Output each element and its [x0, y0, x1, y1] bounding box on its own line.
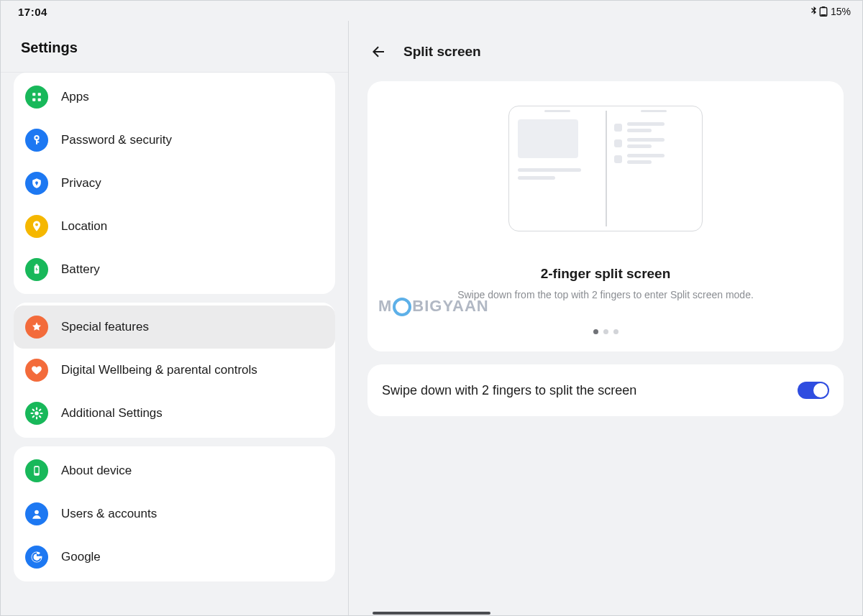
settings-item-label: Google [61, 550, 101, 564]
settings-item-label: Digital Wellbeing & parental controls [61, 363, 257, 377]
person-icon [25, 502, 48, 525]
svg-point-13 [35, 411, 39, 415]
battery-percent: 15% [831, 6, 851, 17]
settings-item-apps[interactable]: Apps [14, 75, 335, 119]
star-icon [25, 316, 48, 339]
battery-icon [25, 258, 48, 281]
detail-pane: Split screen [349, 21, 862, 615]
settings-item-wellbeing[interactable]: Digital Wellbeing & parental controls [14, 349, 335, 392]
toggle-row-swipe-split[interactable]: Swipe down with 2 fingers to split the s… [367, 364, 844, 416]
settings-item-google[interactable]: Google [14, 535, 335, 579]
settings-item-label: Additional Settings [61, 406, 163, 420]
settings-item-label: Password & security [61, 133, 172, 147]
status-right: 15% [811, 6, 851, 17]
svg-rect-2 [821, 14, 826, 16]
settings-item-users[interactable]: Users & accounts [14, 492, 335, 535]
toggle-label: Swipe down with 2 fingers to split the s… [382, 383, 636, 398]
arrow-left-icon [370, 43, 387, 60]
settings-item-about[interactable]: About device [14, 449, 335, 492]
settings-item-label: Users & accounts [61, 507, 157, 521]
google-icon [25, 546, 48, 569]
settings-item-label: Location [61, 219, 107, 234]
settings-item-battery[interactable]: Battery [14, 248, 335, 291]
svg-rect-6 [38, 98, 41, 101]
settings-item-location[interactable]: Location [14, 205, 335, 248]
svg-rect-9 [36, 183, 37, 185]
svg-rect-4 [38, 93, 41, 96]
svg-point-16 [35, 510, 39, 515]
page-dot[interactable] [593, 329, 598, 334]
settings-list[interactable]: AppsPassword & securityPrivacyLocationBa… [1, 73, 348, 615]
status-time: 17:04 [18, 6, 47, 18]
settings-item-label: Apps [61, 90, 89, 104]
gesture-nav-pill[interactable] [373, 612, 490, 615]
svg-rect-1 [822, 6, 825, 7]
settings-title: Settings [1, 21, 348, 73]
settings-item-label: Battery [61, 262, 100, 277]
settings-item-label: About device [61, 464, 132, 478]
settings-item-privacy[interactable]: Privacy [14, 162, 335, 205]
illustration-card[interactable]: 2-finger split screen Swipe down from th… [367, 81, 844, 351]
key-icon [25, 129, 48, 152]
status-bar: 17:04 15% [1, 1, 862, 21]
settings-item-additional[interactable]: Additional Settings [14, 392, 335, 435]
page-dot[interactable] [613, 329, 618, 334]
settings-item-label: Special features [61, 320, 149, 334]
svg-rect-12 [35, 265, 37, 266]
battery-icon [819, 6, 828, 17]
settings-item-password[interactable]: Password & security [14, 119, 335, 162]
svg-rect-15 [35, 467, 39, 473]
settings-item-special[interactable]: Special features [14, 305, 335, 349]
heart-icon [25, 359, 48, 382]
settings-item-label: Privacy [61, 176, 101, 190]
back-button[interactable] [369, 42, 388, 61]
bluetooth-icon [811, 6, 817, 17]
illustration-title: 2-finger split screen [382, 266, 829, 282]
svg-rect-3 [32, 93, 35, 96]
device-icon [25, 459, 48, 482]
page-dot[interactable] [603, 329, 608, 334]
split-screen-illustration [508, 106, 703, 231]
gear-icon [25, 402, 48, 425]
svg-rect-5 [32, 98, 35, 101]
svg-point-10 [35, 224, 38, 226]
page-indicator[interactable] [382, 329, 829, 334]
settings-sidebar: Settings AppsPassword & securityPrivacyL… [1, 21, 349, 615]
privacy-icon [25, 172, 48, 195]
toggle-switch[interactable] [798, 382, 829, 399]
location-icon [25, 215, 48, 238]
illustration-subtitle: Swipe down from the top with 2 fingers t… [382, 289, 829, 300]
detail-title: Split screen [403, 44, 481, 60]
apps-icon [25, 86, 48, 109]
